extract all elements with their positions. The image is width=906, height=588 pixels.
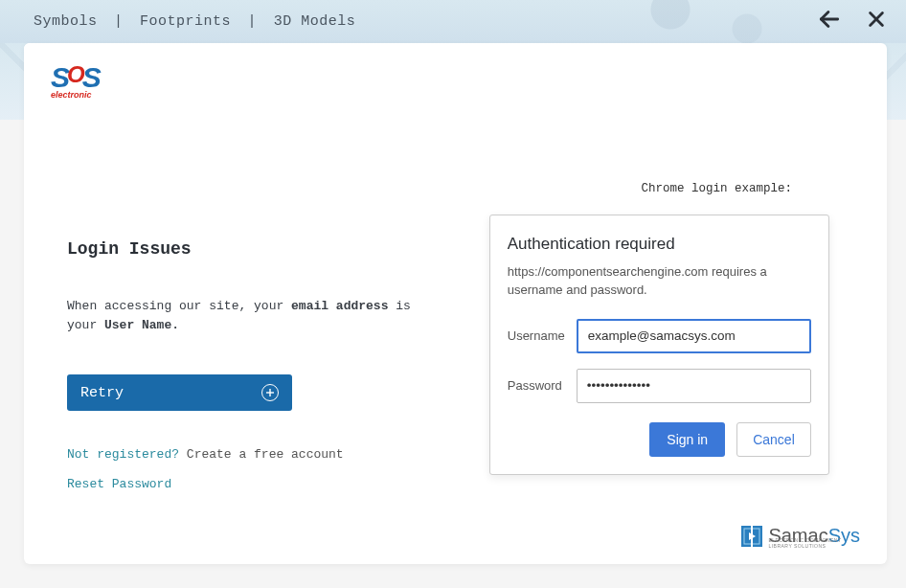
password-input[interactable] [577, 369, 811, 403]
samacsys-icon [741, 526, 762, 547]
subtext: When accessing our site, your email addr… [67, 297, 437, 334]
main-card: SOS electronic Login Issues When accessi… [24, 43, 887, 564]
topbar: Symbols | Footprints | 3D Models [0, 0, 906, 43]
content: Login Issues When accessing our site, yo… [24, 139, 887, 564]
samacsys-logo: SamacSys ELECTRONIC COMPONENT LIBRARY SO… [741, 525, 860, 547]
signin-button[interactable]: Sign in [649, 422, 725, 457]
auth-title: Authentication required [508, 235, 811, 254]
back-icon[interactable] [817, 7, 842, 36]
password-label: Password [508, 378, 577, 393]
username-label: Username [508, 328, 577, 343]
crumb-3d-models[interactable]: 3D Models [274, 13, 356, 30]
right-column: Chrome login example: Authentication req… [475, 182, 845, 545]
auth-desc: https://componentsearchengine.com requir… [508, 263, 811, 300]
sos-logo: SOS electronic [51, 61, 101, 100]
not-registered-link[interactable]: Not registered? [67, 447, 179, 462]
close-icon[interactable] [866, 9, 887, 34]
create-account-text: Create a free account [187, 447, 344, 462]
reset-password-link[interactable]: Reset Password [67, 477, 171, 491]
page-title: Login Issues [67, 239, 437, 259]
logo-tab: SOS electronic [24, 43, 244, 118]
retry-label: Retry [80, 385, 124, 401]
username-input[interactable] [577, 319, 811, 353]
crumb-footprints[interactable]: Footprints [140, 13, 231, 30]
topbar-actions [817, 7, 887, 36]
retry-button[interactable]: Retry [67, 374, 292, 411]
samacsys-tagline: ELECTRONIC COMPONENT LIBRARY SOLUTIONS [768, 537, 860, 549]
register-row: Not registered? Create a free account [67, 447, 437, 462]
example-label: Chrome login example: [641, 182, 792, 195]
breadcrumb-sep: | [114, 13, 124, 30]
cancel-button[interactable]: Cancel [736, 422, 811, 457]
crumb-symbols[interactable]: Symbols [34, 13, 98, 30]
auth-dialog: Authentication required https://componen… [489, 215, 829, 475]
breadcrumb-sep: | [248, 13, 258, 30]
breadcrumb: Symbols | Footprints | 3D Models [34, 13, 355, 30]
plus-circle-icon [261, 384, 279, 401]
left-column: Login Issues When accessing our site, yo… [67, 182, 437, 545]
